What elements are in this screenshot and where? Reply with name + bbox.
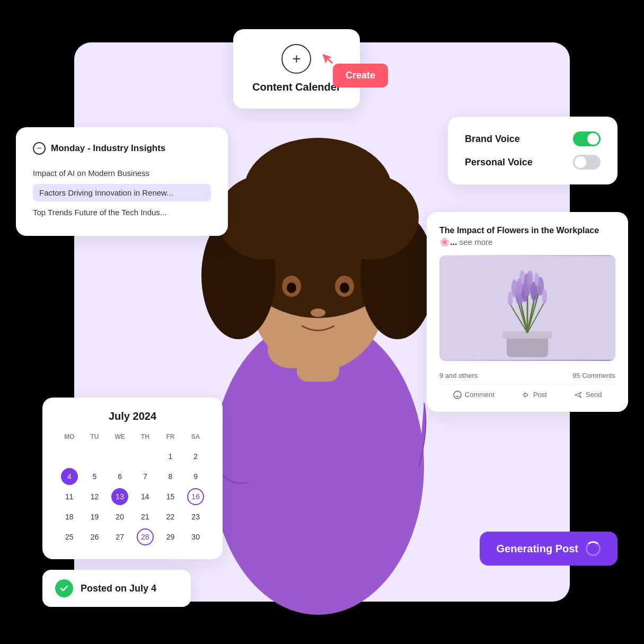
generating-label: Generating Post	[497, 543, 578, 555]
cal-empty	[61, 448, 78, 465]
cal-day-27[interactable]: 27	[111, 528, 128, 545]
cal-day-16[interactable]: 16	[187, 488, 204, 505]
loading-spinner	[586, 541, 601, 556]
cal-day-8[interactable]: 8	[162, 468, 179, 485]
minus-icon[interactable]: −	[33, 142, 46, 155]
personal-voice-toggle[interactable]	[573, 155, 601, 170]
day-header-we: WE	[108, 431, 132, 443]
check-icon	[55, 579, 73, 597]
cal-day-30[interactable]: 30	[187, 528, 204, 545]
svg-point-33	[542, 289, 547, 304]
day-header-sa: SA	[183, 431, 208, 443]
personal-voice-label: Personal Voice	[465, 157, 533, 168]
cal-day-28[interactable]: 28	[137, 528, 154, 545]
cal-day-7[interactable]: 7	[137, 468, 154, 485]
send-action[interactable]: Send	[574, 391, 602, 399]
post-title: The Impact of Flowers in the Workplace 🌸…	[439, 225, 615, 249]
cal-day-29[interactable]: 29	[162, 528, 179, 545]
post-card: The Impact of Flowers in the Workplace 🌸…	[427, 212, 628, 412]
cal-day-4[interactable]: 4	[61, 468, 78, 485]
voice-card: Brand Voice Personal Voice	[448, 117, 617, 184]
cal-day-19[interactable]: 19	[86, 508, 103, 525]
cal-day-25[interactable]: 25	[61, 528, 78, 545]
reactions-count: 9 and others	[439, 372, 478, 380]
svg-point-35	[519, 270, 525, 283]
cal-day-13[interactable]: 13	[111, 488, 128, 505]
calendar-grid: 1 2 4 5 6 7 8 9 11 12 13 14 15 16 18 19 …	[57, 447, 208, 546]
cal-day-21[interactable]: 21	[137, 508, 154, 525]
cal-day-22[interactable]: 22	[162, 508, 179, 525]
see-more-link[interactable]: see more	[460, 237, 493, 246]
cal-day-11[interactable]: 11	[61, 488, 78, 505]
cal-day-26[interactable]: 26	[86, 528, 103, 545]
svg-point-37	[454, 391, 461, 399]
generating-post-button[interactable]: Generating Post	[480, 532, 617, 566]
cal-day-6[interactable]: 6	[111, 468, 128, 485]
calendar-day-headers: MO TU WE TH FR SA	[57, 431, 208, 443]
post-image	[439, 255, 615, 361]
brand-voice-toggle[interactable]	[573, 131, 601, 146]
calendar-title: July 2024	[57, 410, 208, 422]
svg-point-14	[268, 331, 315, 368]
posted-card: Posted on July 4	[42, 570, 191, 607]
cal-empty	[86, 448, 103, 465]
day-header-th: TH	[133, 431, 157, 443]
calendar-card: July 2024 MO TU WE TH FR SA 1 2 4 5 6 7 …	[42, 398, 223, 559]
cal-day-18[interactable]: 18	[61, 508, 78, 525]
post-emoji: 🌸...	[439, 237, 457, 246]
cal-day-5[interactable]: 5	[86, 468, 103, 485]
day-header-fr: FR	[158, 431, 183, 443]
cal-empty	[137, 448, 154, 465]
industry-item-3[interactable]: Top Trends Future of the Tech Indus...	[33, 204, 211, 221]
svg-point-36	[534, 272, 540, 286]
create-button[interactable]: Create	[333, 64, 388, 87]
svg-point-34	[527, 270, 533, 285]
cal-day-23[interactable]: 23	[187, 508, 204, 525]
posted-text: Posted on July 4	[81, 583, 156, 594]
cal-day-2[interactable]: 2	[187, 448, 204, 465]
post-actions: Comment Post Send	[439, 389, 615, 399]
plus-icon[interactable]: +	[281, 44, 311, 74]
cal-day-1[interactable]: 1	[162, 448, 179, 465]
content-calendar-title: Content Calender	[252, 80, 341, 94]
industry-insights-card: − Monday - Industry Insights Impact of A…	[16, 127, 228, 236]
day-header-tu: TU	[83, 431, 107, 443]
cal-day-20[interactable]: 20	[111, 508, 128, 525]
svg-point-8	[244, 138, 392, 244]
post-stats: 9 and others 95 Comments	[439, 367, 615, 384]
svg-point-32	[508, 292, 513, 306]
cal-empty	[111, 448, 128, 465]
cal-day-9[interactable]: 9	[187, 468, 204, 485]
cal-day-15[interactable]: 15	[162, 488, 179, 505]
comment-action[interactable]: Comment	[453, 391, 495, 399]
personal-voice-row: Personal Voice	[465, 155, 601, 170]
post-action[interactable]: Post	[522, 391, 547, 399]
brand-voice-label: Brand Voice	[465, 134, 520, 145]
industry-item-1[interactable]: Impact of AI on Modern Business	[33, 164, 211, 182]
cal-day-12[interactable]: 12	[86, 488, 103, 505]
day-header-mo: MO	[57, 431, 82, 443]
industry-card-header: − Monday - Industry Insights	[33, 142, 211, 155]
svg-point-11	[287, 283, 296, 293]
comments-count: 95 Comments	[572, 372, 615, 380]
svg-point-12	[340, 283, 349, 293]
industry-item-2[interactable]: Factors Driving Innovation in Renew...	[33, 184, 211, 201]
brand-voice-row: Brand Voice	[465, 131, 601, 146]
cal-day-14[interactable]: 14	[137, 488, 154, 505]
industry-header-text: Monday - Industry Insights	[51, 143, 165, 154]
svg-point-13	[311, 308, 325, 317]
